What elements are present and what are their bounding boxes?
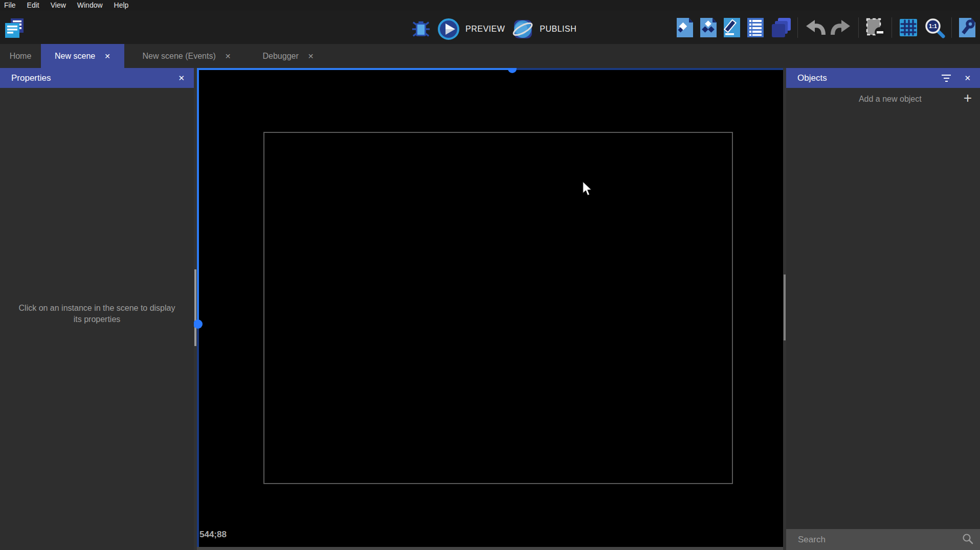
cursor-coordinates: 544;88 [199, 530, 227, 540]
gdevelop-window: File Edit View Window Help [0, 0, 980, 550]
add-object-label: Add a new object [786, 95, 964, 104]
resize-handle-left[interactable] [194, 319, 203, 329]
menu-window[interactable]: Window [72, 0, 108, 11]
grid-icon[interactable] [898, 17, 919, 38]
filter-icon[interactable] [942, 75, 951, 82]
add-object-button[interactable]: Add a new object + [786, 89, 980, 109]
search-input[interactable] [798, 535, 962, 545]
toolbar-separator [858, 17, 859, 38]
objects-panel-header: Objects ✕ [786, 68, 980, 88]
selection-border-left-shadow [197, 324, 199, 550]
undo-icon[interactable] [804, 17, 826, 38]
object-groups-icon[interactable] [699, 17, 718, 38]
scene-properties-icon[interactable] [723, 17, 741, 38]
instances-list-icon[interactable] [746, 17, 765, 38]
tab-debugger[interactable]: Debugger ✕ [249, 44, 327, 68]
plus-icon[interactable]: + [964, 90, 980, 108]
tab-new-scene[interactable]: New scene ✕ [41, 44, 124, 68]
resize-handle-top[interactable] [508, 68, 517, 73]
tab-home[interactable]: Home [0, 44, 41, 68]
redo-icon[interactable] [831, 17, 852, 38]
menu-help[interactable]: Help [108, 0, 135, 11]
menu-edit[interactable]: Edit [21, 0, 45, 11]
clear-selection-icon[interactable] [865, 17, 885, 38]
tab-new-scene-events[interactable]: New scene (Events) ✕ [124, 44, 249, 68]
close-icon[interactable]: ✕ [104, 52, 110, 60]
objects-editor-icon[interactable] [676, 17, 694, 38]
toolbar-center: PREVIEW PUBLISH [411, 18, 576, 40]
scrollbar-thumb[interactable] [194, 269, 196, 346]
mouse-cursor [582, 181, 593, 198]
tab-bar: Home New scene ✕ New scene (Events) ✕ De… [0, 44, 980, 68]
extensions-settings-icon[interactable] [958, 17, 976, 38]
menu-view[interactable]: View [45, 0, 72, 11]
objects-panel: Objects ✕ Add a new object + [786, 68, 980, 550]
objects-search-bar [786, 529, 980, 550]
tab-label: New scene (Events) [143, 52, 216, 61]
canvas-bottom-scrollbar[interactable] [197, 547, 783, 550]
toolbar-right: 1:1 [676, 17, 976, 38]
close-icon[interactable]: ✕ [225, 52, 231, 60]
objects-panel-title: Objects [797, 73, 827, 83]
svg-text:1:1: 1:1 [929, 23, 937, 29]
tab-label: New scene [55, 52, 95, 61]
properties-empty-hint: Click on an instance in the scene to dis… [18, 303, 176, 325]
close-icon[interactable]: ✕ [176, 73, 187, 84]
layers-icon[interactable] [770, 17, 791, 38]
toolbar-separator [892, 17, 892, 38]
menu-file[interactable]: File [4, 0, 21, 11]
publish-globe-icon[interactable] [511, 18, 534, 40]
close-icon[interactable]: ✕ [962, 73, 973, 84]
toolbar: PREVIEW PUBLISH [0, 11, 980, 44]
zoom-one-to-one-icon[interactable]: 1:1 [924, 17, 945, 38]
scene-canvas[interactable]: 544;88 [194, 68, 786, 550]
scrollbar-thumb[interactable] [784, 274, 786, 340]
game-window-frame [263, 132, 733, 484]
tab-label: Debugger [262, 52, 298, 61]
preview-button[interactable]: PREVIEW [465, 25, 505, 34]
publish-button[interactable]: PUBLISH [540, 25, 576, 34]
debug-bug-icon[interactable] [411, 19, 431, 39]
tab-label: Home [10, 52, 32, 61]
menu-bar: File Edit View Window Help [0, 0, 980, 11]
selection-border-top-shadow [513, 68, 783, 70]
selection-border-left [197, 68, 199, 324]
properties-panel: Properties ✕ Click on an instance in the… [0, 68, 194, 550]
close-icon[interactable]: ✕ [308, 52, 314, 60]
preview-play-icon[interactable] [437, 18, 460, 40]
project-manager-icon[interactable] [3, 17, 26, 40]
toolbar-separator [951, 17, 952, 38]
toolbar-separator [797, 17, 798, 38]
properties-panel-header: Properties ✕ [0, 68, 194, 88]
search-icon[interactable] [962, 533, 974, 547]
properties-panel-title: Properties [11, 73, 51, 83]
selection-border-top [199, 68, 513, 70]
